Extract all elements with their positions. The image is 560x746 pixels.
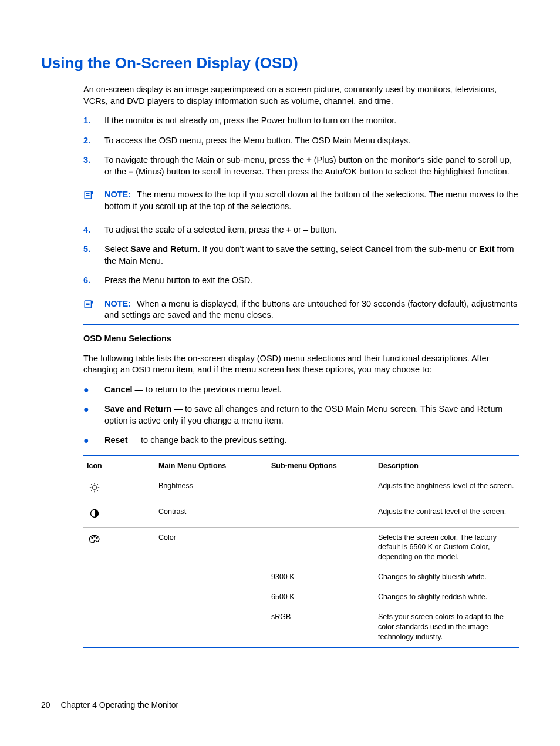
table-cell-desc: Adjusts the contrast level of the screen…	[375, 502, 519, 527]
brightness-icon	[83, 476, 155, 502]
color-icon	[83, 527, 155, 567]
step-number: 3.	[83, 154, 104, 166]
chapter-label: Chapter 4 Operating the Monitor	[60, 700, 178, 710]
osd-menu-table: Icon Main Menu Options Sub-menu Options …	[83, 455, 519, 648]
table-row: sRGB Sets your screen colors to adapt to…	[83, 607, 519, 647]
table-header-sub: Sub-menu Options	[268, 455, 375, 476]
table-cell-sub: sRGB	[268, 607, 375, 647]
note-label: NOTE:	[104, 190, 131, 199]
bullet-icon: ●	[83, 404, 104, 414]
note-text: When a menu is displayed, if the buttons…	[104, 299, 517, 320]
note-icon	[83, 298, 104, 310]
table-cell-main	[155, 567, 268, 587]
table-row: Contrast Adjusts the contrast level of t…	[83, 502, 519, 527]
table-cell-main: Contrast	[155, 502, 268, 527]
table-header-icon: Icon	[83, 455, 155, 476]
table-cell-desc: Sets your screen colors to adapt to the …	[375, 607, 519, 647]
table-cell-desc: Changes to slightly blueish white.	[375, 567, 519, 587]
table-cell-sub	[268, 527, 375, 567]
bullet-text: Save and Return — to save all changes an…	[104, 404, 519, 426]
note-icon	[83, 189, 104, 201]
bullet-icon: ●	[83, 384, 104, 395]
table-row: Brightness Adjusts the brightness level …	[83, 476, 519, 502]
table-cell-desc: Changes to slightly reddish white.	[375, 587, 519, 607]
note-text: The menu moves to the top if you scroll …	[104, 190, 518, 211]
svg-line-14	[97, 484, 98, 485]
bullet-text: Reset — to change back to the previous s…	[104, 435, 519, 446]
page-heading: Using the On-Screen Display (OSD)	[41, 53, 519, 73]
step-text: To navigate through the Main or sub-menu…	[104, 154, 519, 177]
bullet-icon: ●	[83, 435, 104, 445]
table-cell-sub: 9300 K	[268, 567, 375, 587]
table-cell-main: Color	[155, 527, 268, 567]
step-text: Select Save and Return. If you don't wan…	[104, 244, 519, 267]
intro-paragraph: An on-screen display is an image superim…	[83, 84, 519, 107]
table-cell-main	[155, 587, 268, 607]
step-text: Press the Menu button to exit the OSD.	[104, 275, 519, 287]
table-cell-sub: 6500 K	[268, 587, 375, 607]
contrast-icon	[83, 502, 155, 527]
svg-point-18	[96, 537, 97, 538]
table-header-main: Main Menu Options	[155, 455, 268, 476]
step-text: If the monitor is not already on, press …	[104, 115, 519, 127]
page-number: 20	[41, 700, 50, 710]
svg-point-17	[94, 536, 95, 537]
table-row: 9300 K Changes to slightly blueish white…	[83, 567, 519, 587]
step-text: To access the OSD menu, press the Menu b…	[104, 135, 519, 147]
table-cell-desc: Selects the screen color. The factory de…	[375, 527, 519, 567]
step-text: To adjust the scale of a selected item, …	[104, 224, 519, 236]
note-callout: NOTE:When a menu is displayed, if the bu…	[83, 295, 519, 325]
svg-point-16	[92, 537, 93, 538]
svg-line-12	[97, 490, 98, 491]
step-number: 5.	[83, 244, 104, 256]
step-number: 1.	[83, 115, 104, 127]
table-cell-sub	[268, 476, 375, 502]
subsection-heading: OSD Menu Selections	[83, 333, 519, 345]
svg-line-13	[91, 490, 92, 491]
table-cell-desc: Adjusts the brightness level of the scre…	[375, 476, 519, 502]
table-cell-main	[155, 607, 268, 647]
step-number: 6.	[83, 275, 104, 287]
table-cell-sub	[268, 502, 375, 527]
step-number: 4.	[83, 224, 104, 236]
step-number: 2.	[83, 135, 104, 147]
table-row: Color Selects the screen color. The fact…	[83, 527, 519, 567]
table-cell-main: Brightness	[155, 476, 268, 502]
svg-line-11	[91, 484, 92, 485]
page-footer: 20 Chapter 4 Operating the Monitor	[41, 700, 178, 711]
table-row: 6500 K Changes to slightly reddish white…	[83, 587, 519, 607]
svg-point-6	[93, 486, 97, 490]
bullet-text: Cancel — to return to the previous menu …	[104, 384, 519, 396]
note-callout: NOTE:The menu moves to the top if you sc…	[83, 186, 519, 216]
note-label: NOTE:	[104, 299, 131, 308]
osd-intro-paragraph: The following table lists the on-screen …	[83, 353, 519, 376]
table-header-desc: Description	[375, 455, 519, 476]
